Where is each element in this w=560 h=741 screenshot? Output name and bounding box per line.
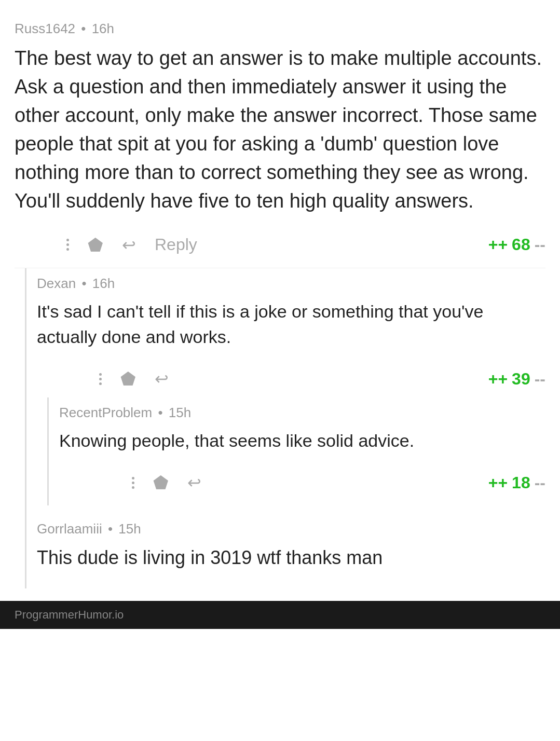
comment-1-time: 16h [92,21,114,36]
comment-3-author: RecentProblem [59,405,152,420]
vote-minus-2[interactable]: -- [535,369,545,389]
comment-3-meta: RecentProblem • 15h [59,405,545,421]
comment-1-actions: ⬟ ↩ Reply ++ 68 -- [15,228,545,264]
vote-plus[interactable]: ++ [488,235,508,254]
nested-comments-level2: RecentProblem • 15h Knowing people, that… [47,397,545,505]
footer-site: ProgrammerHumor.io [15,608,124,621]
comment-2-actions: ⬟ ↩ ++ 39 -- [37,362,545,397]
footer-bar: ProgrammerHumor.io [0,601,560,629]
comment-3-body: Knowing people, that seems like solid ad… [59,428,545,454]
vote-minus-3[interactable]: -- [535,473,545,492]
vote-plus-3[interactable]: ++ [488,473,508,492]
nested-comments-level1: Dexan • 16h It's sad I can't tell if thi… [25,268,545,588]
vote-container: ++ 68 -- [488,235,545,254]
comment-recentproblem: RecentProblem • 15h Knowing people, that… [59,397,545,505]
reply-label[interactable]: Reply [155,235,197,254]
page-container: Russ1642 • 16h The best way to get an an… [0,0,560,588]
comment-dexan: Dexan • 16h It's sad I can't tell if thi… [37,268,545,510]
comment-1-author: Russ1642 [15,21,75,36]
comment-1-body: The best way to get an answer is to make… [15,44,545,216]
vote-count: 68 [512,235,530,254]
comment-4-author: Gorrlaamiii [37,521,102,537]
comment-1-meta: Russ1642 • 16h [15,21,545,37]
vote-container-3: ++ 18 -- [488,473,545,492]
more-button[interactable] [66,239,69,251]
comment-3-time: 15h [169,405,191,420]
more-button-3[interactable] [132,477,134,489]
comment-2-meta: Dexan • 16h [37,276,545,292]
star-icon-2[interactable]: ⬟ [120,368,136,389]
star-icon-3[interactable]: ⬟ [153,472,169,493]
reply-icon-3[interactable]: ↩ [187,473,201,492]
reply-icon[interactable]: ↩ [122,235,136,255]
vote-count-3: 18 [512,473,530,492]
reply-icon-2[interactable]: ↩ [155,369,169,389]
vote-plus-2[interactable]: ++ [488,369,508,389]
comment-4-time: 15h [118,521,141,537]
comment-root: Russ1642 • 16h The best way to get an an… [15,12,545,268]
comment-3-actions: ⬟ ↩ ++ 18 -- [59,466,545,501]
comment-gorrlaamiii: Gorrlaamiii • 15h This dude is living in… [37,514,545,588]
vote-count-2: 39 [512,369,530,389]
more-button-2[interactable] [99,373,102,385]
vote-container-2: ++ 39 -- [488,369,545,389]
star-icon[interactable]: ⬟ [88,235,103,255]
comment-2-body: It's sad I can't tell if this is a joke … [37,299,545,350]
comment-2-time: 16h [92,276,115,291]
vote-minus[interactable]: -- [535,235,545,254]
comment-2-author: Dexan [37,276,76,291]
comment-4-meta: Gorrlaamiii • 15h [37,521,545,537]
comment-4-body: This dude is living in 3019 wtf thanks m… [37,544,545,571]
